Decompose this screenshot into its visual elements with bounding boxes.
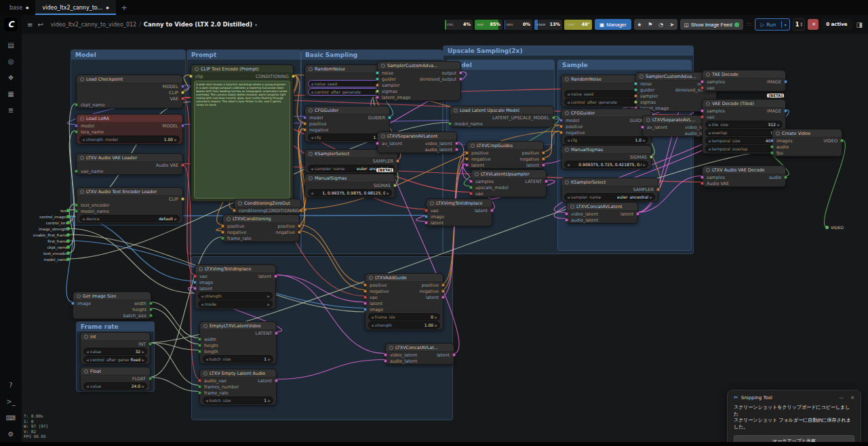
widget-strength[interactable]: ◀strength1.00▶ [368, 321, 440, 329]
tae-decode-node[interactable]: TAE DecodesamplesIMAGEvae [702, 70, 786, 92]
decrement-icon[interactable]: ◀ [205, 357, 208, 361]
input-port[interactable] [701, 86, 704, 89]
input-port[interactable] [198, 338, 201, 341]
input-port[interactable] [198, 385, 201, 388]
terminal-icon[interactable]: >_ [4, 395, 18, 407]
tab-base[interactable]: base ● [3, 0, 35, 15]
new-tab-button[interactable]: + [116, 3, 133, 12]
input-port[interactable] [363, 289, 367, 293]
ltxv-separate-av-latent-node[interactable]: LTXVSeparateAVLatentav_latentvideo_laten… [377, 131, 457, 153]
input-port[interactable] [376, 142, 379, 145]
workflow-input-first-frame[interactable]: first_frame [26, 238, 68, 244]
output-port[interactable] [542, 163, 545, 167]
ltxv-img-to-vid-inplace-upscale-node[interactable]: LTXVImgToVidInplacevaelatentimagelatent [426, 199, 492, 226]
node-title[interactable]: LTXVCropGuides [467, 142, 543, 150]
node-title[interactable]: Load Latent Upscale Model [450, 106, 553, 115]
output-port[interactable] [650, 155, 653, 159]
load-checkpoint-node[interactable]: Load CheckpointMODELCLIPVAEckpt_name [76, 75, 183, 108]
output-port[interactable] [181, 97, 184, 100]
cfg-guider-upscale-node[interactable]: CFGGuidermodelGUIDERpositivenegative◀cfg… [561, 108, 652, 145]
ksampler-select-upscale-node[interactable]: KSamplerSelectSAMPLER◀sampler_nameeuler_… [561, 178, 658, 202]
collapse-dot-icon[interactable] [454, 108, 458, 113]
output-port[interactable] [292, 75, 295, 78]
decrement-icon[interactable]: ◀ [567, 100, 570, 104]
node-title[interactable]: Int [81, 333, 150, 341]
ltxv-latent-upsampler-node[interactable]: LTXVLatentUpsamplersamplesLATENTupscale_… [471, 169, 547, 197]
collapse-dot-icon[interactable] [369, 276, 373, 280]
input-port[interactable] [75, 203, 78, 207]
decrement-icon[interactable]: ◀ [371, 323, 374, 327]
ltxv-audio-vae-loader-node[interactable]: LTXV Audio VAE LoaderAudio VAEvae_name [76, 153, 183, 175]
decrement-icon[interactable]: ◀ [201, 302, 203, 306]
load-latent-upscale-model-node[interactable]: Load Latent Upscale ModelLATENT_UPSCALE_… [450, 106, 554, 127]
input-port[interactable] [634, 88, 637, 92]
output-port[interactable] [181, 85, 184, 88]
clip-text-encode-prompt-node[interactable]: CLIP Text Encode (Prompt)clipCONDITIONIN… [191, 64, 294, 202]
node-title[interactable]: ManualSigmas [305, 174, 395, 182]
float-node[interactable]: FloatFLOAT◀value24.0▶ [80, 367, 151, 391]
increment-icon[interactable]: ▶ [387, 191, 389, 195]
ltxv-img-to-vid-inplace-node[interactable]: LTXVImgToVidInplacevaelatentimagelatent◀… [195, 264, 276, 309]
decrement-icon[interactable]: ◀ [205, 399, 208, 403]
help-icon[interactable]: ? [4, 379, 18, 391]
batch-count-stepper[interactable]: 1 ▲▼ [793, 18, 806, 31]
node-title[interactable]: LTXVConcatAVLatent [567, 203, 637, 211]
close-icon[interactable]: ✕ [850, 395, 854, 401]
input-port[interactable] [198, 391, 201, 394]
input-port[interactable] [376, 83, 379, 87]
workflow-input-model-name[interactable]: model_name [26, 256, 68, 262]
node-title[interactable]: LTXV Audio Text Encoder Loader [77, 188, 182, 196]
collapse-dot-icon[interactable] [80, 77, 84, 81]
increment-icon[interactable]: ▶ [142, 358, 144, 362]
collapse-dot-icon[interactable] [203, 324, 208, 328]
input-port[interactable] [559, 119, 563, 122]
increment-icon[interactable]: ▶ [643, 163, 646, 167]
decrement-icon[interactable]: ◀ [82, 138, 85, 142]
output-port[interactable] [441, 283, 445, 287]
node-title[interactable]: KSamplerSelect [561, 178, 658, 186]
collapse-dot-icon[interactable] [203, 371, 208, 376]
workflow-title[interactable]: Canny to Video (LTX 2.0 Distilled) [144, 21, 252, 28]
input-port[interactable] [221, 224, 224, 228]
flag-icon[interactable]: ⚑ [645, 22, 656, 28]
output-port[interactable] [396, 159, 399, 163]
input-port[interactable] [565, 218, 568, 222]
output-port[interactable] [455, 142, 458, 145]
input-port[interactable] [465, 163, 469, 167]
sampler-custom-advanced-node[interactable]: SamplerCustomAdva...noiseoutputguiderden… [377, 61, 461, 101]
input-port[interactable] [75, 103, 78, 106]
output-port[interactable] [542, 157, 545, 161]
input-port[interactable] [384, 359, 387, 363]
increment-icon[interactable]: ▶ [268, 399, 271, 403]
output-port[interactable] [149, 377, 152, 380]
input-port[interactable] [634, 82, 637, 85]
input-port[interactable] [469, 180, 473, 183]
manager-button[interactable]: ▣ Manager [595, 19, 631, 30]
collapse-dot-icon[interactable] [226, 217, 231, 221]
node-title[interactable]: LTXV Empty Latent Audio [200, 369, 276, 378]
output-port[interactable] [784, 80, 787, 83]
increment-icon[interactable]: ▶ [777, 123, 780, 127]
node-title[interactable]: CLIP Text Encode (Prompt) [191, 65, 293, 73]
input-port[interactable] [193, 287, 197, 290]
node-title[interactable]: CFGGuider [561, 109, 651, 117]
stepper-arrows-icon[interactable]: ▲▼ [800, 22, 802, 27]
collapse-dot-icon[interactable] [195, 67, 199, 71]
input-port[interactable] [221, 230, 224, 234]
collapse-dot-icon[interactable] [381, 64, 385, 68]
decrement-icon[interactable]: ◀ [567, 92, 570, 96]
collapse-dot-icon[interactable] [80, 190, 84, 194]
markup-share-button[interactable]: マークアップと共有 [734, 435, 854, 442]
workflow-input-control-lora[interactable]: control_lora [26, 220, 68, 226]
increment-icon[interactable]: ▶ [268, 357, 271, 361]
output-port[interactable] [393, 184, 397, 187]
nodes-icon[interactable]: ❖ [4, 71, 18, 83]
output-port[interactable] [149, 302, 153, 305]
node-title[interactable]: EmptyLTXVLatentVideo [200, 322, 276, 330]
output-port[interactable] [490, 209, 494, 212]
increment-icon[interactable]: ▶ [142, 384, 144, 388]
node-title[interactable]: LTXVConcatAVLat... [386, 344, 454, 352]
collapse-dot-icon[interactable] [389, 346, 393, 350]
show-image-feed-button[interactable]: ◫ Show Image Feed [680, 19, 743, 30]
collapse-dot-icon[interactable] [84, 369, 88, 373]
